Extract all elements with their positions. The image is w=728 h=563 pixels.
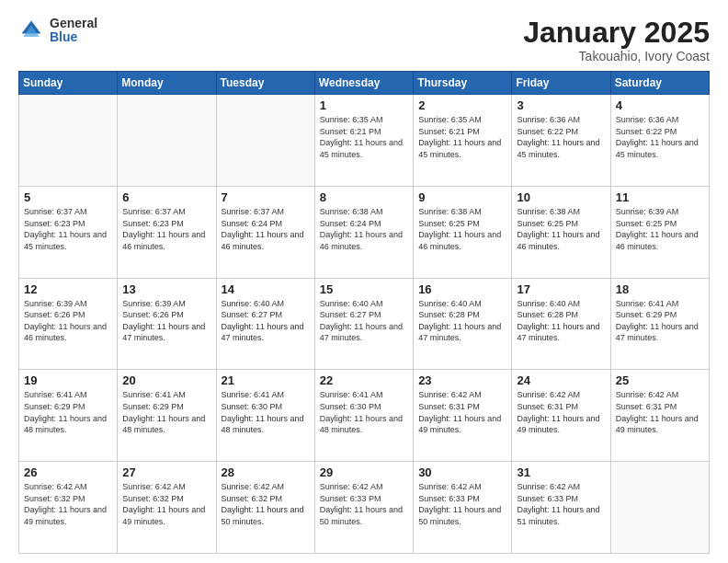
calendar-cell: 3Sunrise: 6:36 AM Sunset: 6:22 PM Daylig…: [512, 95, 610, 187]
logo-icon: [18, 17, 44, 43]
day-number: 22: [320, 373, 408, 387]
day-number: 19: [24, 373, 112, 387]
calendar-cell: 22Sunrise: 6:41 AM Sunset: 6:30 PM Dayli…: [314, 370, 413, 462]
col-monday: Monday: [118, 72, 216, 95]
page: General Blue January 2025 Takouahio, Ivo…: [0, 0, 728, 563]
day-info: Sunrise: 6:37 AM Sunset: 6:23 PM Dayligh…: [122, 206, 210, 252]
day-info: Sunrise: 6:42 AM Sunset: 6:33 PM Dayligh…: [517, 481, 605, 527]
calendar-cell: [216, 95, 314, 187]
day-number: 5: [24, 190, 112, 204]
calendar-cell: 6Sunrise: 6:37 AM Sunset: 6:23 PM Daylig…: [118, 186, 216, 278]
day-number: 26: [24, 465, 112, 479]
day-info: Sunrise: 6:42 AM Sunset: 6:32 PM Dayligh…: [222, 481, 310, 527]
calendar-cell: 15Sunrise: 6:40 AM Sunset: 6:27 PM Dayli…: [314, 278, 413, 370]
day-info: Sunrise: 6:39 AM Sunset: 6:26 PM Dayligh…: [122, 298, 210, 344]
calendar-cell: 29Sunrise: 6:42 AM Sunset: 6:33 PM Dayli…: [314, 462, 413, 554]
calendar-cell: 4Sunrise: 6:36 AM Sunset: 6:22 PM Daylig…: [610, 95, 709, 187]
day-number: 8: [320, 190, 408, 204]
day-number: 16: [418, 282, 506, 296]
calendar-cell: 20Sunrise: 6:41 AM Sunset: 6:29 PM Dayli…: [118, 370, 216, 462]
calendar-cell: 10Sunrise: 6:38 AM Sunset: 6:25 PM Dayli…: [512, 186, 610, 278]
day-info: Sunrise: 6:36 AM Sunset: 6:22 PM Dayligh…: [616, 114, 704, 160]
location-subtitle: Takouahio, Ivory Coast: [523, 49, 710, 63]
calendar-cell: [19, 95, 118, 187]
calendar-cell: [118, 95, 216, 187]
day-info: Sunrise: 6:41 AM Sunset: 6:29 PM Dayligh…: [616, 298, 704, 344]
calendar-cell: 27Sunrise: 6:42 AM Sunset: 6:32 PM Dayli…: [118, 462, 216, 554]
day-number: 2: [418, 98, 506, 112]
day-number: 24: [517, 373, 605, 387]
day-info: Sunrise: 6:37 AM Sunset: 6:23 PM Dayligh…: [24, 206, 112, 252]
col-saturday: Saturday: [610, 72, 709, 95]
calendar-week-row: 12Sunrise: 6:39 AM Sunset: 6:26 PM Dayli…: [19, 278, 710, 370]
day-number: 17: [517, 282, 605, 296]
calendar-week-row: 19Sunrise: 6:41 AM Sunset: 6:29 PM Dayli…: [19, 370, 710, 462]
day-number: 15: [320, 282, 408, 296]
calendar-cell: 28Sunrise: 6:42 AM Sunset: 6:32 PM Dayli…: [216, 462, 314, 554]
day-number: 13: [122, 282, 210, 296]
calendar-table: Sunday Monday Tuesday Wednesday Thursday…: [18, 71, 710, 554]
day-number: 25: [616, 373, 704, 387]
day-number: 29: [320, 465, 408, 479]
day-number: 6: [122, 190, 210, 204]
day-info: Sunrise: 6:42 AM Sunset: 6:31 PM Dayligh…: [418, 389, 506, 435]
day-number: 28: [222, 465, 310, 479]
calendar-cell: 21Sunrise: 6:41 AM Sunset: 6:30 PM Dayli…: [216, 370, 314, 462]
calendar-cell: 13Sunrise: 6:39 AM Sunset: 6:26 PM Dayli…: [118, 278, 216, 370]
day-info: Sunrise: 6:42 AM Sunset: 6:33 PM Dayligh…: [418, 481, 506, 527]
day-info: Sunrise: 6:40 AM Sunset: 6:27 PM Dayligh…: [320, 298, 408, 344]
day-number: 4: [616, 98, 704, 112]
logo: General Blue: [18, 17, 97, 45]
calendar-cell: 1Sunrise: 6:35 AM Sunset: 6:21 PM Daylig…: [314, 95, 413, 187]
calendar-cell: 17Sunrise: 6:40 AM Sunset: 6:28 PM Dayli…: [512, 278, 610, 370]
day-info: Sunrise: 6:36 AM Sunset: 6:22 PM Dayligh…: [517, 114, 605, 160]
calendar-cell: 2Sunrise: 6:35 AM Sunset: 6:21 PM Daylig…: [414, 95, 512, 187]
day-number: 10: [517, 190, 605, 204]
day-info: Sunrise: 6:42 AM Sunset: 6:31 PM Dayligh…: [616, 389, 704, 435]
calendar-cell: 18Sunrise: 6:41 AM Sunset: 6:29 PM Dayli…: [610, 278, 709, 370]
day-number: 7: [222, 190, 310, 204]
col-friday: Friday: [512, 72, 610, 95]
calendar-cell: 9Sunrise: 6:38 AM Sunset: 6:25 PM Daylig…: [414, 186, 512, 278]
calendar-cell: 19Sunrise: 6:41 AM Sunset: 6:29 PM Dayli…: [19, 370, 118, 462]
calendar-header-row: Sunday Monday Tuesday Wednesday Thursday…: [19, 72, 710, 95]
day-info: Sunrise: 6:41 AM Sunset: 6:30 PM Dayligh…: [222, 389, 310, 435]
calendar-cell: 8Sunrise: 6:38 AM Sunset: 6:24 PM Daylig…: [314, 186, 413, 278]
day-number: 11: [616, 190, 704, 204]
day-info: Sunrise: 6:39 AM Sunset: 6:26 PM Dayligh…: [24, 298, 112, 344]
calendar-cell: 26Sunrise: 6:42 AM Sunset: 6:32 PM Dayli…: [19, 462, 118, 554]
day-info: Sunrise: 6:42 AM Sunset: 6:32 PM Dayligh…: [122, 481, 210, 527]
calendar-cell: 23Sunrise: 6:42 AM Sunset: 6:31 PM Dayli…: [414, 370, 512, 462]
day-info: Sunrise: 6:40 AM Sunset: 6:28 PM Dayligh…: [418, 298, 506, 344]
day-number: 12: [24, 282, 112, 296]
col-tuesday: Tuesday: [216, 72, 314, 95]
day-number: 14: [222, 282, 310, 296]
day-info: Sunrise: 6:41 AM Sunset: 6:29 PM Dayligh…: [122, 389, 210, 435]
day-info: Sunrise: 6:38 AM Sunset: 6:25 PM Dayligh…: [418, 206, 506, 252]
day-number: 1: [320, 98, 408, 112]
day-info: Sunrise: 6:39 AM Sunset: 6:25 PM Dayligh…: [616, 206, 704, 252]
calendar-cell: 7Sunrise: 6:37 AM Sunset: 6:24 PM Daylig…: [216, 186, 314, 278]
col-wednesday: Wednesday: [314, 72, 413, 95]
day-number: 18: [616, 282, 704, 296]
day-info: Sunrise: 6:41 AM Sunset: 6:30 PM Dayligh…: [320, 389, 408, 435]
col-sunday: Sunday: [19, 72, 118, 95]
day-number: 23: [418, 373, 506, 387]
calendar-cell: 24Sunrise: 6:42 AM Sunset: 6:31 PM Dayli…: [512, 370, 610, 462]
day-number: 31: [517, 465, 605, 479]
day-info: Sunrise: 6:37 AM Sunset: 6:24 PM Dayligh…: [222, 206, 310, 252]
calendar-week-row: 1Sunrise: 6:35 AM Sunset: 6:21 PM Daylig…: [19, 95, 710, 187]
header: General Blue January 2025 Takouahio, Ivo…: [18, 17, 710, 63]
day-info: Sunrise: 6:42 AM Sunset: 6:33 PM Dayligh…: [320, 481, 408, 527]
title-block: January 2025 Takouahio, Ivory Coast: [523, 17, 710, 63]
col-thursday: Thursday: [414, 72, 512, 95]
logo-blue-label: Blue: [50, 30, 97, 44]
logo-general-label: General: [50, 17, 97, 30]
day-number: 9: [418, 190, 506, 204]
calendar-cell: 12Sunrise: 6:39 AM Sunset: 6:26 PM Dayli…: [19, 278, 118, 370]
calendar-cell: 14Sunrise: 6:40 AM Sunset: 6:27 PM Dayli…: [216, 278, 314, 370]
calendar-week-row: 26Sunrise: 6:42 AM Sunset: 6:32 PM Dayli…: [19, 462, 710, 554]
day-info: Sunrise: 6:42 AM Sunset: 6:31 PM Dayligh…: [517, 389, 605, 435]
day-info: Sunrise: 6:40 AM Sunset: 6:27 PM Dayligh…: [222, 298, 310, 344]
calendar-cell: 16Sunrise: 6:40 AM Sunset: 6:28 PM Dayli…: [414, 278, 512, 370]
